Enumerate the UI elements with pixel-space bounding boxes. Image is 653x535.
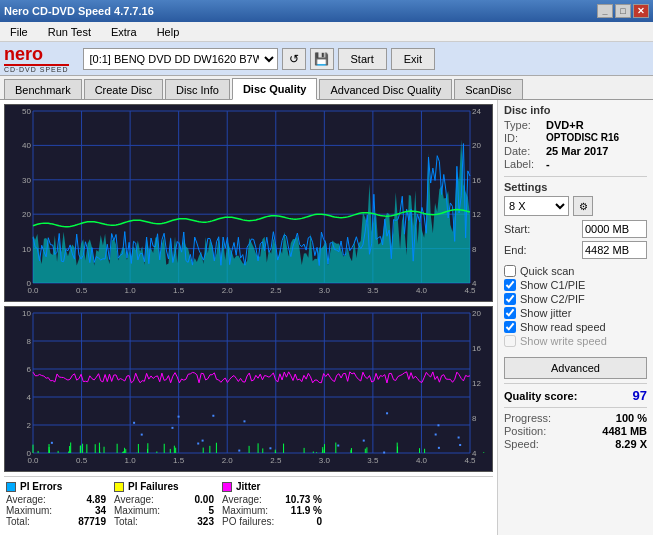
pi-failures-stats: PI Failures Average: 0.00 Maximum: 5 Tot… xyxy=(114,481,214,527)
quick-scan-row: Quick scan xyxy=(504,265,647,277)
divider-3 xyxy=(504,407,647,408)
top-chart-canvas xyxy=(5,105,492,301)
jitter-avg-row: Average: 10.73 % xyxy=(222,494,322,505)
jitter-po-value: 0 xyxy=(316,516,322,527)
jitter-stats: Jitter Average: 10.73 % Maximum: 11.9 % … xyxy=(222,481,322,527)
settings-config-icon[interactable]: ⚙ xyxy=(573,196,593,216)
id-value: OPTODISC R16 xyxy=(546,132,619,144)
bottom-chart xyxy=(4,306,493,472)
speed-row: Speed: 8.29 X xyxy=(504,438,647,450)
minimize-button[interactable]: _ xyxy=(597,4,613,18)
pi-failures-max-label: Maximum: xyxy=(114,505,160,516)
date-row: Date: 25 Mar 2017 xyxy=(504,145,647,157)
show-c1-checkbox[interactable] xyxy=(504,279,516,291)
exit-button[interactable]: Exit xyxy=(391,48,435,70)
show-c2-label: Show C2/PIF xyxy=(520,293,585,305)
tab-disc-info[interactable]: Disc Info xyxy=(165,79,230,99)
speed-label: Speed: xyxy=(504,438,539,450)
quick-scan-label: Quick scan xyxy=(520,265,574,277)
menu-run-test[interactable]: Run Test xyxy=(42,24,97,40)
menu-extra[interactable]: Extra xyxy=(105,24,143,40)
divider-2 xyxy=(504,383,647,384)
id-row: ID: OPTODISC R16 xyxy=(504,132,647,144)
pi-errors-avg-label: Average: xyxy=(6,494,46,505)
chart-area: PI Errors Average: 4.89 Maximum: 34 Tota… xyxy=(0,100,498,535)
end-label: End: xyxy=(504,244,527,256)
pi-errors-total-row: Total: 87719 xyxy=(6,516,106,527)
menu-file[interactable]: File xyxy=(4,24,34,40)
jitter-max-row: Maximum: 11.9 % xyxy=(222,505,322,516)
show-c2-row: Show C2/PIF xyxy=(504,293,647,305)
jitter-max-value: 11.9 % xyxy=(291,505,322,516)
close-button[interactable]: ✕ xyxy=(633,4,649,18)
right-panel: Disc info Type: DVD+R ID: OPTODISC R16 D… xyxy=(498,100,653,535)
tab-benchmark[interactable]: Benchmark xyxy=(4,79,82,99)
pi-errors-max-label: Maximum: xyxy=(6,505,52,516)
logo-nero: nero xyxy=(4,45,69,63)
speed-row: 8 X Max 1 X 2 X 4 X 16 X ⚙ xyxy=(504,196,647,216)
end-input[interactable] xyxy=(582,241,647,259)
show-write-speed-label: Show write speed xyxy=(520,335,607,347)
pi-failures-total-label: Total: xyxy=(114,516,138,527)
reload-icon[interactable]: ↺ xyxy=(282,48,306,70)
jitter-header: Jitter xyxy=(222,481,322,492)
speed-select[interactable]: 8 X Max 1 X 2 X 4 X 16 X xyxy=(504,196,569,216)
id-label: ID: xyxy=(504,132,542,144)
tab-disc-quality[interactable]: Disc Quality xyxy=(232,78,318,100)
date-value: 25 Mar 2017 xyxy=(546,145,608,157)
date-label: Date: xyxy=(504,145,542,157)
quick-scan-checkbox[interactable] xyxy=(504,265,516,277)
progress-value: 100 % xyxy=(616,412,647,424)
window-controls: _ □ ✕ xyxy=(597,4,649,18)
start-label: Start: xyxy=(504,223,530,235)
pi-failures-header: PI Failures xyxy=(114,481,214,492)
pi-failures-max-row: Maximum: 5 xyxy=(114,505,214,516)
show-jitter-checkbox[interactable] xyxy=(504,307,516,319)
pi-failures-label: PI Failures xyxy=(128,481,179,492)
tab-scandisc[interactable]: ScanDisc xyxy=(454,79,522,99)
pi-errors-total-label: Total: xyxy=(6,516,30,527)
maximize-button[interactable]: □ xyxy=(615,4,631,18)
advanced-button[interactable]: Advanced xyxy=(504,357,647,379)
divider-1 xyxy=(504,176,647,177)
progress-label: Progress: xyxy=(504,412,551,424)
tab-advanced-disc-quality[interactable]: Advanced Disc Quality xyxy=(319,79,452,99)
top-chart xyxy=(4,104,493,302)
settings-section: Settings 8 X Max 1 X 2 X 4 X 16 X ⚙ Star… xyxy=(504,181,647,259)
show-read-speed-label: Show read speed xyxy=(520,321,606,333)
show-jitter-label: Show jitter xyxy=(520,307,571,319)
progress-row: Progress: 100 % xyxy=(504,412,647,424)
logo-cdspeed: CD·DVD SPEED xyxy=(4,64,69,73)
show-read-speed-row: Show read speed xyxy=(504,321,647,333)
logo: nero CD·DVD SPEED xyxy=(4,45,73,73)
start-row: Start: xyxy=(504,220,647,238)
jitter-color xyxy=(222,482,232,492)
pi-failures-avg-value: 0.00 xyxy=(195,494,214,505)
type-label: Type: xyxy=(504,119,542,131)
show-write-speed-row: Show write speed xyxy=(504,335,647,347)
menu-help[interactable]: Help xyxy=(151,24,186,40)
pi-errors-max-value: 34 xyxy=(95,505,106,516)
drive-select[interactable]: [0:1] BENQ DVD DD DW1620 B7W9 xyxy=(83,48,278,70)
position-label: Position: xyxy=(504,425,546,437)
quality-score-value: 97 xyxy=(633,388,647,403)
jitter-label: Jitter xyxy=(236,481,260,492)
pi-errors-avg-row: Average: 4.89 xyxy=(6,494,106,505)
show-c1-label: Show C1/PIE xyxy=(520,279,585,291)
start-input[interactable] xyxy=(582,220,647,238)
start-button[interactable]: Start xyxy=(338,48,387,70)
show-read-speed-checkbox[interactable] xyxy=(504,321,516,333)
pi-errors-max-row: Maximum: 34 xyxy=(6,505,106,516)
pi-failures-avg-label: Average: xyxy=(114,494,154,505)
type-value: DVD+R xyxy=(546,119,584,131)
pi-errors-total-value: 87719 xyxy=(78,516,106,527)
pi-errors-avg-value: 4.89 xyxy=(87,494,106,505)
label-row: Label: - xyxy=(504,158,647,170)
pi-failures-avg-row: Average: 0.00 xyxy=(114,494,214,505)
show-c2-checkbox[interactable] xyxy=(504,293,516,305)
save-icon[interactable]: 💾 xyxy=(310,48,334,70)
menu-bar: File Run Test Extra Help xyxy=(0,22,653,42)
title-bar: Nero CD-DVD Speed 4.7.7.16 _ □ ✕ xyxy=(0,0,653,22)
pi-failures-max-value: 5 xyxy=(208,505,214,516)
tab-create-disc[interactable]: Create Disc xyxy=(84,79,163,99)
